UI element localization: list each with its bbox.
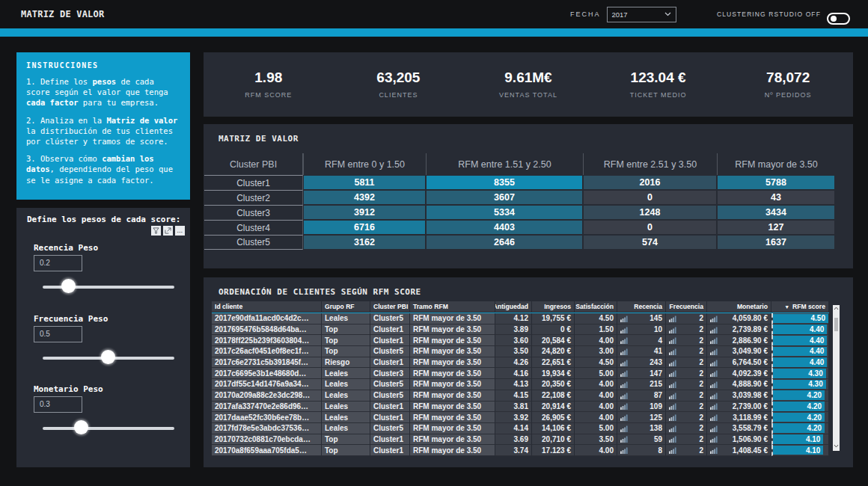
- orders-cell: 4.30: [771, 379, 829, 390]
- orders-cell: 2: [666, 346, 707, 357]
- fecha-dropdown[interactable]: 2017: [607, 7, 676, 22]
- sort-descending-icon: ▼: [784, 304, 789, 310]
- weight-value-input[interactable]: 0.3: [34, 396, 82, 413]
- orders-column-header[interactable]: Satisfacción: [575, 301, 617, 313]
- matrix-cell[interactable]: 0: [583, 220, 717, 235]
- orders-cell: 20,350 €: [532, 379, 575, 390]
- matrix-cell[interactable]: 0: [583, 190, 717, 205]
- slider-thumb[interactable]: [101, 350, 115, 364]
- mini-barchart-icon: [669, 413, 676, 421]
- clustering-toggle[interactable]: [827, 13, 850, 25]
- orders-row[interactable]: 2017df55c14d1476a9a34…LealesCluster5RFM …: [212, 379, 829, 390]
- orders-cell: 4.00: [575, 379, 617, 390]
- matrix-cell[interactable]: 4403: [426, 220, 583, 235]
- matrix-cell[interactable]: 127: [717, 220, 835, 235]
- orders-column-header[interactable]: Frecuencia: [666, 301, 707, 313]
- weight-value-input[interactable]: 0.2: [34, 255, 82, 271]
- matrix-cell[interactable]: 1248: [583, 205, 717, 220]
- matrix-column-header: Cluster PBI: [204, 153, 303, 175]
- orders-row[interactable]: 2017c6695e3b1e48680d…LealesCluster3RFM m…: [212, 368, 829, 379]
- orders-column-header[interactable]: Ingresos: [532, 301, 575, 313]
- orders-header-row: Id clienteGrupo RFCluster PBITramo RFMAn…: [212, 301, 829, 313]
- slider-thumb[interactable]: [61, 279, 76, 293]
- orders-column-header[interactable]: Tramo RFM: [410, 301, 495, 313]
- orders-column-header[interactable]: Grupo RF: [322, 301, 370, 313]
- orders-cell: 0 €: [532, 324, 575, 336]
- orders-row[interactable]: 20170a209a88c2e3dc298…LealesCluster5RFM …: [212, 390, 829, 402]
- orders-cell: 3,118.99 €: [707, 412, 771, 423]
- rfm-score-bar: 4.30: [773, 369, 826, 378]
- orders-cell: 2017afa337470e2e86d96…: [212, 402, 322, 413]
- weight-value-input[interactable]: 0.5: [34, 326, 82, 342]
- orders-row[interactable]: 2017afa337470e2e86d96…LealesCluster1RFM …: [212, 402, 829, 413]
- orders-row[interactable]: 2017c26acf0451e0f8ec1f…TopCluster5RFM ma…: [212, 346, 829, 357]
- mini-barchart-icon: [669, 435, 676, 443]
- mini-barchart-icon: [620, 315, 628, 322]
- matrix-cell[interactable]: 1637: [717, 235, 835, 250]
- orders-cell: 5.00: [575, 368, 617, 379]
- orders-column-header[interactable]: ▼RFM score: [771, 301, 829, 313]
- orders-row[interactable]: 20170732c0881c70ebcda…TopCluster1RFM may…: [212, 434, 829, 446]
- orders-cell: 4.26: [495, 357, 532, 369]
- orders-row[interactable]: 2017695476b5848d64ba…TopCluster1RFM mayo…: [212, 324, 829, 336]
- orders-row[interactable]: 2017fd78e5e3abdc37536…LealesCluster5RFM …: [212, 423, 829, 434]
- orders-row[interactable]: 20170a8f659aaa705fda5…TopCluster1RFM may…: [212, 445, 829, 456]
- filter-icon[interactable]: [151, 226, 161, 236]
- weight-slider-group: Frecuencia Peso0.5: [16, 314, 190, 374]
- orders-cell: 3.74: [495, 445, 532, 456]
- slider-thumb[interactable]: [74, 420, 88, 434]
- focus-mode-icon[interactable]: [163, 226, 173, 236]
- matrix-cell[interactable]: 574: [583, 235, 717, 250]
- orders-column-header[interactable]: Id cliente: [212, 301, 322, 313]
- orders-cell: 2,739.89 €: [707, 324, 771, 336]
- orders-cell: 4.20: [771, 423, 829, 434]
- more-options-icon[interactable]: …: [175, 226, 185, 236]
- weights-title: Define los pesos de cada score:: [27, 215, 180, 224]
- mini-barchart-icon: [710, 359, 718, 366]
- orders-cell: 4.40: [771, 357, 829, 369]
- scroll-down-icon[interactable]: [834, 444, 839, 448]
- matrix-cell[interactable]: 3607: [426, 190, 583, 205]
- orders-cell: RFM mayor de 3.50: [410, 434, 495, 446]
- mini-barchart-icon: [710, 326, 718, 333]
- clustering-control: CLUSTERING RSTUDIO OFF: [717, 0, 821, 28]
- matrix-cell[interactable]: 5788: [717, 175, 835, 190]
- matrix-cell[interactable]: 6716: [303, 220, 426, 235]
- matrix-table: Cluster PBIRFM entre 0 y 1.50RFM entre 1…: [204, 153, 835, 250]
- orders-column-header[interactable]: Monetario: [707, 301, 771, 313]
- matrix-row-label: Cluster5: [204, 235, 303, 250]
- orders-row[interactable]: 2017c6e2731c5b391845f…RiesgoCluster1RFM …: [212, 357, 829, 369]
- orders-cell: 2: [666, 434, 707, 446]
- orders-row[interactable]: 2017e90dfa11acd0c4d2c…LealesCluster5RFM …: [212, 313, 829, 324]
- vertical-scrollbar[interactable]: [833, 305, 840, 451]
- orders-cell: 4.12: [495, 313, 532, 324]
- weight-slider-group: Monetario Peso0.3: [16, 384, 190, 444]
- orders-column-header[interactable]: Antiguedad: [495, 301, 532, 313]
- matrix-cell[interactable]: 43: [717, 190, 835, 205]
- matrix-cell[interactable]: 5334: [426, 205, 583, 220]
- matrix-cell[interactable]: 3434: [717, 205, 835, 220]
- orders-cell: 2017c6695e3b1e48680d…: [212, 368, 322, 379]
- orders-cell: 3.50: [495, 346, 532, 357]
- matrix-cell[interactable]: 8355: [426, 175, 583, 190]
- orders-column-header[interactable]: Cluster PBI: [370, 301, 410, 313]
- scroll-up-icon[interactable]: [834, 307, 839, 310]
- orders-cell: RFM mayor de 3.50: [410, 368, 495, 379]
- orders-cell: 2: [666, 379, 707, 390]
- matrix-cell[interactable]: 4392: [303, 190, 426, 205]
- mini-barchart-icon: [669, 425, 676, 432]
- matrix-cell[interactable]: 3912: [303, 205, 426, 220]
- matrix-cell[interactable]: 5811: [303, 175, 426, 190]
- orders-row[interactable]: 2017daae52fc30b6ee78b…LealesCluster1RFM …: [212, 412, 829, 423]
- orders-cell: 4.20: [771, 390, 829, 402]
- orders-cell: RFM mayor de 3.50: [410, 402, 495, 413]
- scrollbar-thumb[interactable]: [834, 318, 838, 331]
- matrix-cell[interactable]: 2646: [426, 235, 583, 250]
- orders-row[interactable]: 20178ff225b239f3603804…TopCluster1RFM ma…: [212, 335, 829, 346]
- instructions-steps: 1. Define los pesos de cada score según …: [26, 76, 180, 185]
- orders-column-header[interactable]: Recencia: [617, 301, 666, 313]
- matrix-cell[interactable]: 3162: [303, 235, 426, 250]
- slider-track[interactable]: [43, 427, 174, 430]
- matrix-cell[interactable]: 2016: [583, 175, 717, 190]
- orders-cell: Leales: [322, 368, 370, 379]
